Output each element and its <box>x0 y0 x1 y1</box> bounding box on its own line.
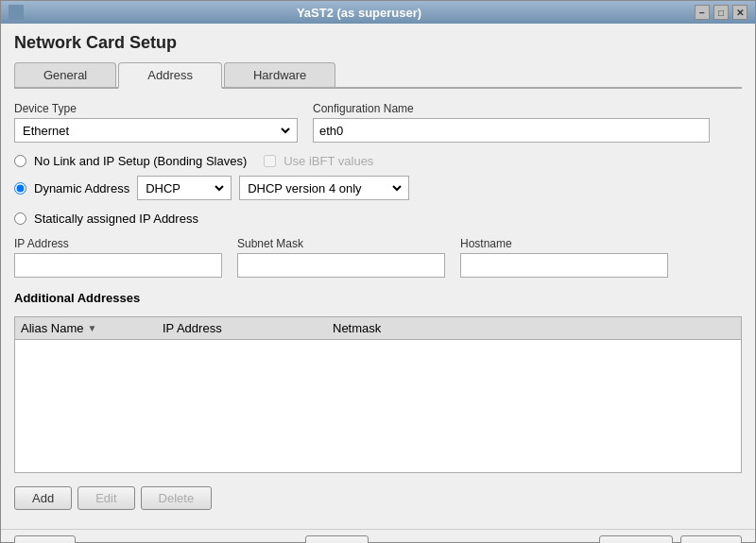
device-type-select[interactable]: Ethernet <box>19 123 293 139</box>
additional-addresses-table: Alias Name ▼ IP Address Netmask <box>14 316 742 473</box>
titlebar-controls: − □ ✕ <box>695 5 747 20</box>
content-area: Network Card Setup General Address Hardw… <box>1 24 755 519</box>
subnet-mask-label: Subnet Mask <box>237 237 445 250</box>
edit-button[interactable]: Edit <box>77 486 134 510</box>
dhcp-select[interactable]: DHCP Static <box>142 180 227 196</box>
no-link-row: No Link and IP Setup (Bonding Slaves) Us… <box>14 154 742 168</box>
dhcp-version-select-wrapper[interactable]: DHCP version 4 only DHCP version 6 only … <box>239 176 409 200</box>
help-button[interactable]: Help <box>14 535 76 543</box>
config-name-group: Configuration Name eth0 <box>313 102 710 143</box>
dynamic-address-row: Dynamic Address DHCP Static DHCP version… <box>14 176 742 200</box>
hostname-group: Hostname <box>460 237 668 278</box>
cancel-button[interactable]: Cancel <box>599 535 673 543</box>
tab-address[interactable]: Address <box>118 62 222 89</box>
additional-addresses-title: Additional Addresses <box>14 291 742 305</box>
dynamic-address-radio[interactable] <box>14 182 26 195</box>
alias-sort-icon: ▼ <box>87 323 96 333</box>
ip-address-group: IP Address <box>14 237 222 278</box>
app-icon <box>9 5 24 20</box>
ip-address-input[interactable] <box>14 253 222 278</box>
config-name-input[interactable]: eth0 <box>313 118 710 143</box>
subnet-mask-group: Subnet Mask <box>237 237 445 278</box>
table-header: Alias Name ▼ IP Address Netmask <box>15 317 741 340</box>
tab-general[interactable]: General <box>14 62 116 87</box>
use-ibft-label: Use iBFT values <box>284 154 373 168</box>
table-body <box>15 340 741 472</box>
device-type-group: Device Type Ethernet <box>14 102 298 143</box>
bottom-right-buttons: Cancel Next <box>599 535 742 543</box>
close-button[interactable]: ✕ <box>732 5 747 20</box>
titlebar: YaST2 (as superuser) − □ ✕ <box>1 1 755 24</box>
back-button[interactable]: Back <box>305 535 369 543</box>
use-ibft-row: Use iBFT values <box>264 154 373 168</box>
table-buttons: Add Edit Delete <box>14 486 742 510</box>
next-button[interactable]: Next <box>680 535 742 543</box>
main-window: YaST2 (as superuser) − □ ✕ Network Card … <box>0 0 756 543</box>
page-title: Network Card Setup <box>14 33 742 53</box>
tab-hardware[interactable]: Hardware <box>224 62 335 87</box>
device-type-select-wrapper[interactable]: Ethernet <box>14 118 298 143</box>
add-button[interactable]: Add <box>14 486 72 510</box>
bottom-center-buttons: Back <box>305 535 369 543</box>
dynamic-address-label: Dynamic Address <box>34 181 129 195</box>
ip-fields-row: IP Address Subnet Mask Hostname <box>14 237 742 278</box>
dhcp-version-select[interactable]: DHCP version 4 only DHCP version 6 only … <box>244 180 404 196</box>
bottom-buttons: Help Back Cancel Next <box>1 529 755 543</box>
delete-button[interactable]: Delete <box>141 486 213 510</box>
hostname-input[interactable] <box>460 253 668 278</box>
bottom-left-buttons: Help <box>14 535 76 543</box>
minimize-button[interactable]: − <box>695 5 710 20</box>
config-name-label: Configuration Name <box>313 102 710 115</box>
static-ip-radio[interactable] <box>14 212 26 225</box>
ip-column-header[interactable]: IP Address <box>163 321 333 335</box>
use-ibft-checkbox[interactable] <box>264 155 276 167</box>
hostname-label: Hostname <box>460 237 668 250</box>
device-type-label: Device Type <box>14 102 298 115</box>
subnet-mask-input[interactable] <box>237 253 445 278</box>
device-config-row: Device Type Ethernet Configuration Name … <box>14 102 742 143</box>
maximize-button[interactable]: □ <box>713 5 729 20</box>
no-link-radio[interactable] <box>14 155 26 167</box>
netmask-column-header[interactable]: Netmask <box>333 321 474 335</box>
ip-address-label: IP Address <box>14 237 222 250</box>
no-link-label: No Link and IP Setup (Bonding Slaves) <box>34 154 247 168</box>
titlebar-title: YaST2 (as superuser) <box>24 6 695 20</box>
alias-column-header[interactable]: Alias Name ▼ <box>21 321 163 335</box>
static-ip-label: Statically assigned IP Address <box>34 212 198 226</box>
static-ip-row: Statically assigned IP Address <box>14 212 742 226</box>
tab-bar: General Address Hardware <box>14 62 742 89</box>
form-section: Device Type Ethernet Configuration Name … <box>14 102 742 510</box>
dhcp-select-wrapper[interactable]: DHCP Static <box>137 176 232 200</box>
